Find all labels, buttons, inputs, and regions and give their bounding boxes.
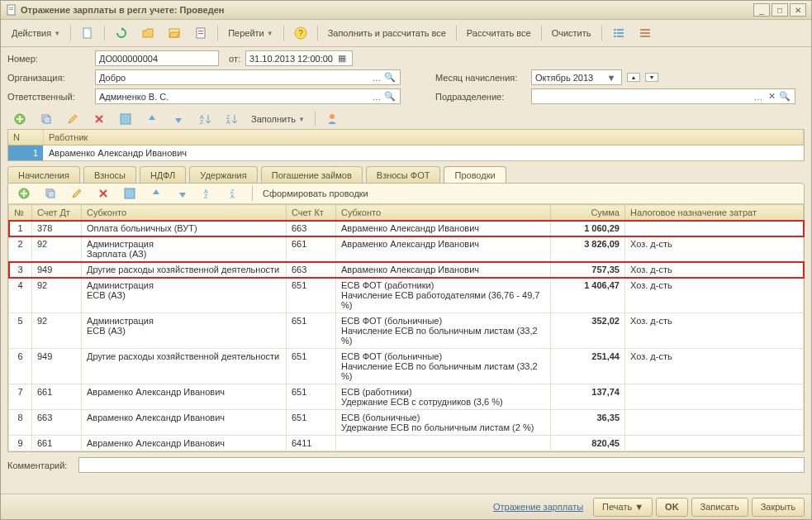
reflection-link[interactable]: Отражение зарплаты xyxy=(493,502,583,512)
icon-folder[interactable] xyxy=(135,23,160,43)
entry-row[interactable]: 8663Авраменко Александр Иванович651ЕСВ (… xyxy=(9,410,804,436)
entry-row[interactable]: 3949Другие расходы хозяйственной деятель… xyxy=(9,262,804,278)
sort-desc-button[interactable]: ZA xyxy=(219,109,244,129)
icon-refresh[interactable] xyxy=(109,23,134,43)
edit-entry-button[interactable] xyxy=(64,184,89,203)
date-input[interactable]: 31.10.2013 12:00:00▦ xyxy=(245,50,353,66)
col-sub2[interactable]: Субконто xyxy=(336,205,551,221)
entry-row[interactable]: 6949Другие расходы хозяйственной деятель… xyxy=(9,349,804,384)
edit-row-button[interactable] xyxy=(60,109,85,129)
dropdown-icon[interactable]: ▼ xyxy=(605,73,618,83)
copy-row-button[interactable] xyxy=(34,109,59,129)
date-label: от: xyxy=(224,54,240,64)
tab-fot[interactable]: Взносы ФОТ xyxy=(366,166,441,183)
col-kt[interactable]: Счет Кт xyxy=(287,205,336,221)
col-sum[interactable]: Сумма xyxy=(551,205,625,221)
calendar-icon[interactable]: ▦ xyxy=(335,53,349,64)
tab-ndfl[interactable]: НДФЛ xyxy=(140,166,186,183)
fill-calc-all-button[interactable]: Заполнить и рассчитать все xyxy=(322,23,452,43)
sort-desc-entry-button[interactable]: ZA xyxy=(223,184,248,203)
delete-row-button[interactable] xyxy=(87,109,112,129)
print-button[interactable]: Печать ▼ xyxy=(593,498,653,517)
calc-all-button[interactable]: Рассчитать все xyxy=(461,23,537,43)
number-input[interactable]: ДО000000004 xyxy=(95,50,219,66)
worker-row[interactable]: 1 Авраменко Александр Иванович xyxy=(8,146,804,160)
col-n[interactable]: N xyxy=(8,130,44,145)
icon-list2[interactable] xyxy=(633,23,658,43)
spin-down-icon[interactable]: ▼ xyxy=(645,73,658,82)
resp-input[interactable]: Админенко В. С.…🔍 xyxy=(95,88,401,104)
select-icon[interactable]: … xyxy=(370,92,383,102)
select-icon[interactable]: … xyxy=(752,92,765,102)
goto-menu[interactable]: Перейти▼ xyxy=(222,23,279,43)
entry-row[interactable]: 492АдминистрацияЕСВ (АЗ)651ЕСВ ФОТ (рабо… xyxy=(9,278,804,313)
minimize-button[interactable]: _ xyxy=(753,3,770,17)
entry-row[interactable]: 592АдминистрацияЕСВ (АЗ)651ЕСВ ФОТ (боль… xyxy=(9,313,804,349)
move-up-entry-button[interactable] xyxy=(144,184,169,203)
move-down-button[interactable] xyxy=(166,109,191,129)
icon-open[interactable] xyxy=(162,23,187,43)
add-entry-button[interactable] xyxy=(12,184,36,203)
icon-grid[interactable] xyxy=(113,109,138,129)
make-entries-button[interactable]: Сформировать проводки xyxy=(257,184,374,203)
search-icon[interactable]: 🔍 xyxy=(383,91,397,102)
tab-contributions[interactable]: Взносы xyxy=(83,166,136,183)
resp-label: Ответственный: xyxy=(7,92,90,102)
person-icon-button[interactable] xyxy=(320,109,344,129)
window-title: Отражение зарплаты в регл учете: Проведе… xyxy=(21,5,224,15)
comment-input[interactable] xyxy=(78,457,805,473)
maximize-button[interactable]: □ xyxy=(772,3,788,17)
sort-asc-entry-button[interactable]: AZ xyxy=(197,184,221,203)
svg-rect-11 xyxy=(617,29,624,31)
tab-accruals[interactable]: Начисления xyxy=(7,166,80,183)
col-worker[interactable]: Работник xyxy=(44,130,804,145)
tab-entries[interactable]: Проводки xyxy=(444,166,506,183)
svg-point-27 xyxy=(330,114,335,119)
tab-deductions[interactable]: Удержания xyxy=(189,166,257,183)
save-button[interactable]: Записать xyxy=(691,498,748,517)
copy-entry-button[interactable] xyxy=(38,184,63,203)
col-n[interactable]: № xyxy=(9,205,32,221)
clear-icon[interactable]: ✕ xyxy=(765,91,778,102)
close-button[interactable]: Закрыть xyxy=(752,498,805,517)
select-icon[interactable]: … xyxy=(370,73,383,83)
col-dt[interactable]: Счет Дт xyxy=(32,205,82,221)
svg-rect-22 xyxy=(121,114,131,124)
fill-menu[interactable]: Заполнить▼ xyxy=(245,109,311,129)
actions-menu[interactable]: Действия▼ xyxy=(6,23,66,43)
month-input[interactable]: Октябрь 2013▼ xyxy=(531,69,622,85)
search-icon[interactable]: 🔍 xyxy=(778,91,791,102)
entry-row[interactable]: 292АдминистрацияЗарплата (АЗ)661Авраменк… xyxy=(9,236,804,262)
grid-entry-button[interactable] xyxy=(117,184,142,203)
entry-row[interactable]: 1378Оплата больничных (ВУТ)663Авраменко … xyxy=(9,221,804,236)
icon-reg[interactable] xyxy=(188,23,213,43)
div-input[interactable]: …✕🔍 xyxy=(531,88,795,104)
svg-rect-12 xyxy=(614,32,616,34)
icon-list1[interactable] xyxy=(606,23,631,43)
clear-button[interactable]: Очистить xyxy=(546,23,597,43)
svg-rect-15 xyxy=(617,36,624,37)
svg-text:A: A xyxy=(226,119,230,125)
col-tax[interactable]: Налоговое назначение затрат xyxy=(625,205,804,221)
add-row-button[interactable] xyxy=(7,109,32,129)
spin-up-icon[interactable]: ▲ xyxy=(627,73,640,82)
delete-entry-button[interactable] xyxy=(91,184,116,203)
entry-row[interactable]: 9661Авраменко Александр Иванович6411820,… xyxy=(9,436,804,451)
close-window-button[interactable]: ✕ xyxy=(790,3,806,17)
move-up-button[interactable] xyxy=(140,109,164,129)
svg-text:Z: Z xyxy=(204,193,208,199)
tab-loans[interactable]: Погашение займов xyxy=(261,166,363,183)
main-toolbar: Действия▼ Перейти▼ ? Заполнить и рассчит… xyxy=(1,20,811,47)
panel-toolbar: AZ ZA Сформировать проводки xyxy=(8,184,804,203)
col-sub1[interactable]: Субконто xyxy=(82,205,287,221)
help-button[interactable]: ? xyxy=(288,23,313,43)
entry-row[interactable]: 7661Авраменко Александр Иванович651ЕСВ (… xyxy=(9,384,804,410)
search-icon[interactable]: 🔍 xyxy=(383,72,397,83)
ok-button[interactable]: OK xyxy=(656,498,688,517)
org-input[interactable]: Добро…🔍 xyxy=(95,69,401,85)
sort-asc-button[interactable]: AZ xyxy=(192,109,217,129)
svg-rect-2 xyxy=(9,9,13,10)
move-down-entry-button[interactable] xyxy=(170,184,195,203)
svg-rect-10 xyxy=(614,29,616,31)
icon-new[interactable] xyxy=(75,23,100,43)
